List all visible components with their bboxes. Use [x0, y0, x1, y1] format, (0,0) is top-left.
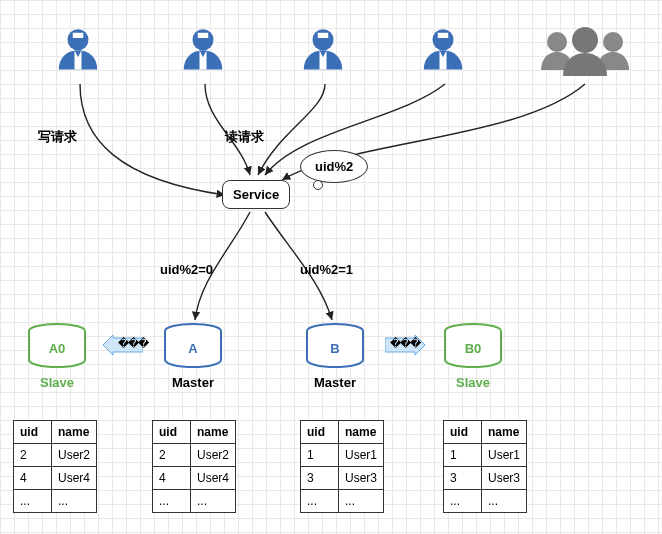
group-icon — [535, 20, 635, 80]
db-a0-role: Slave — [27, 375, 87, 390]
table-row: 2User2 — [153, 444, 236, 467]
table-row: 3User3 — [301, 467, 384, 490]
svg-point-14 — [572, 27, 598, 53]
service-label: Service — [233, 187, 279, 202]
svg-point-13 — [603, 32, 623, 52]
table-row: 4User4 — [153, 467, 236, 490]
svg-point-3 — [193, 29, 214, 50]
table-row: ...... — [153, 490, 236, 513]
db-a0: A0 — [27, 323, 87, 368]
table-row: 1User1 — [444, 444, 527, 467]
svg-point-9 — [433, 29, 454, 50]
table-b0: uidname 1User1 3User3 ...... — [443, 420, 527, 513]
db-a0-label: A0 — [27, 341, 87, 356]
user-icon — [50, 24, 106, 80]
shard-rule-text: uid%2 — [315, 159, 353, 174]
table-row: ...... — [301, 490, 384, 513]
svg-point-6 — [313, 29, 334, 50]
table-row: 1User1 — [301, 444, 384, 467]
th-uid: uid — [14, 421, 52, 444]
user-icon — [415, 24, 471, 80]
route-left-label: uid%2=0 — [160, 262, 213, 277]
svg-rect-4 — [198, 33, 209, 38]
write-label: 写请求 — [38, 128, 77, 146]
table-a0: uidname 2User2 4User4 ...... — [13, 420, 97, 513]
db-b0-label: B0 — [443, 341, 503, 356]
db-b-role: Master — [305, 375, 365, 390]
table-a: uidname 2User2 4User4 ...... — [152, 420, 236, 513]
svg-rect-10 — [438, 33, 449, 38]
service-node: Service — [222, 180, 290, 209]
th-name: name — [52, 421, 97, 444]
route-right-label: uid%2=1 — [300, 262, 353, 277]
svg-point-0 — [68, 29, 89, 50]
replication-text-right: ��� — [390, 337, 420, 350]
shard-rule-bubble: uid%2 — [300, 150, 368, 183]
user-icon — [295, 24, 351, 80]
db-b-label: B — [305, 341, 365, 356]
db-b: B — [305, 323, 365, 368]
svg-rect-1 — [73, 33, 84, 38]
svg-rect-7 — [318, 33, 329, 38]
db-b0: B0 — [443, 323, 503, 368]
replication-text-left: ��� — [118, 337, 148, 350]
table-row: 3User3 — [444, 467, 527, 490]
table-row: 4User4 — [14, 467, 97, 490]
db-a: A — [163, 323, 223, 368]
svg-point-12 — [547, 32, 567, 52]
table-row: ...... — [14, 490, 97, 513]
table-b: uidname 1User1 3User3 ...... — [300, 420, 384, 513]
db-b0-role: Slave — [443, 375, 503, 390]
table-row: 2User2 — [14, 444, 97, 467]
arrow-write — [80, 84, 225, 195]
table-row: ...... — [444, 490, 527, 513]
db-a-role: Master — [163, 375, 223, 390]
read-label: 读请求 — [225, 128, 264, 146]
db-a-label: A — [163, 341, 223, 356]
user-icon — [175, 24, 231, 80]
